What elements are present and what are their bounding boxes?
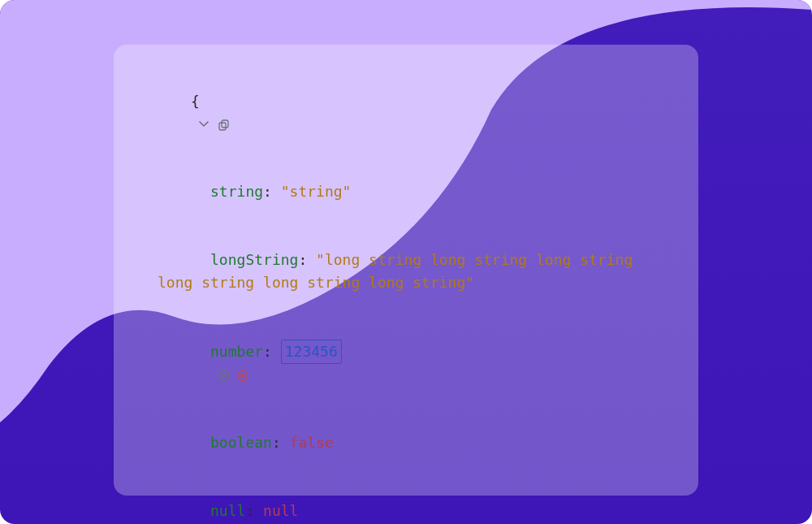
- key-longstring: longString: [210, 251, 298, 268]
- key-boolean: boolean: [210, 434, 272, 451]
- copy-icon[interactable]: [216, 118, 230, 132]
- key-number: number: [210, 343, 263, 360]
- json-viewer-panel: { string: "string" longString: "long str…: [114, 45, 698, 496]
- key-null: null: [210, 502, 245, 519]
- value-null[interactable]: null: [263, 502, 298, 519]
- stage: { string: "string" longString: "long str…: [0, 0, 812, 524]
- prop-string: string: "string": [138, 158, 674, 227]
- caret-down-icon[interactable]: [197, 118, 211, 132]
- prop-longstring: longString: "long string long string lon…: [138, 226, 674, 317]
- prop-number: number: 123456: [138, 317, 674, 409]
- prop-boolean: boolean: false: [138, 409, 674, 477]
- key-string: string: [210, 183, 263, 200]
- cancel-icon[interactable]: [235, 369, 249, 383]
- root-open-row: {: [138, 67, 674, 158]
- prop-null: null: null: [138, 477, 674, 524]
- value-number-editbox[interactable]: 123456: [281, 340, 342, 364]
- confirm-icon[interactable]: [217, 369, 231, 383]
- open-brace: {: [191, 93, 200, 110]
- value-boolean[interactable]: false: [290, 434, 334, 451]
- add-icon[interactable]: [235, 118, 248, 132]
- value-string[interactable]: "string": [281, 183, 352, 200]
